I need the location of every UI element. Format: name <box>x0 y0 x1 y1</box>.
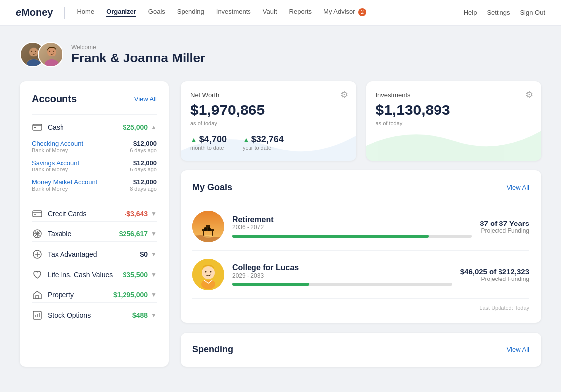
category-taxable: Taxable $256,617 ▼ <box>32 221 157 241</box>
user-name: Frank & Joanna Miller <box>71 51 205 66</box>
nav-links: Home Organizer Goals Spending Investment… <box>77 8 463 17</box>
goal-lucas-progress-fill <box>232 283 309 286</box>
svg-point-9 <box>45 59 59 67</box>
nav-signout[interactable]: Sign Out <box>520 9 545 16</box>
nav-advisor[interactable]: My Advisor 2 <box>323 8 366 17</box>
goals-view-all[interactable]: View All <box>507 184 529 191</box>
checking-left: Checking Account Bank of Money <box>32 140 83 153</box>
money-market-right: $12,000 8 days ago <box>130 178 157 192</box>
right-column: Net Worth ⚙ $1,970,865 as of today ▲ $4,… <box>181 81 541 367</box>
checking-name[interactable]: Checking Account <box>32 140 83 147</box>
category-life-ins-header[interactable]: Life Ins. Cash Values $35,500 ▼ <box>32 269 157 280</box>
spending-view-all[interactable]: View All <box>507 346 529 353</box>
stock-options-label: Stock Options <box>48 311 91 319</box>
net-worth-month-val: ▲ $4,700 <box>190 134 227 145</box>
net-worth-year-arrow: ▲ <box>243 136 249 144</box>
credit-cards-label: Credit Cards <box>48 210 87 218</box>
accounts-header: Accounts View All <box>32 93 157 105</box>
category-life-ins-left: Life Ins. Cash Values <box>32 269 113 280</box>
nav-settings[interactable]: Settings <box>487 9 510 16</box>
svg-rect-32 <box>203 231 204 236</box>
goal-retirement-label: Projected Funding <box>480 227 529 234</box>
goal-retirement-info: Retirement 2036 - 2072 <box>232 215 472 238</box>
savings-name[interactable]: Savings Account <box>32 159 79 167</box>
svg-rect-12 <box>34 127 36 128</box>
category-taxable-header[interactable]: Taxable $256,617 ▼ <box>32 228 157 239</box>
logo: eMoney <box>16 7 53 18</box>
property-label: Property <box>48 291 74 299</box>
stock-options-amount: $488 <box>132 311 148 319</box>
goal-retirement-meta: 37 of 37 Years Projected Funding <box>480 219 529 234</box>
money-market-amount: $12,000 <box>130 178 157 186</box>
nav-reports[interactable]: Reports <box>289 8 312 17</box>
goals-title: My Goals <box>192 182 232 193</box>
svg-point-7 <box>49 51 50 52</box>
life-ins-label: Life Ins. Cash Values <box>48 271 113 279</box>
nav-help[interactable]: Help <box>464 9 477 16</box>
category-credit-cards-header[interactable]: Credit Cards -$3,643 ▼ <box>32 208 157 219</box>
svg-point-41 <box>201 280 215 289</box>
svg-point-3 <box>31 51 32 52</box>
nav-investments[interactable]: Investments <box>216 8 251 17</box>
life-ins-amount: $35,500 <box>123 271 148 279</box>
nav-goals[interactable]: Goals <box>148 8 165 17</box>
category-tax-adv-left: Tax Advantaged <box>32 249 97 260</box>
net-worth-title: Net Worth <box>190 91 346 99</box>
goal-lucas-info: College for Lucas 2029 - 2033 <box>232 263 452 286</box>
goal-retirement-progress-bar <box>232 235 472 238</box>
category-property-left: Property <box>32 289 74 300</box>
net-worth-year-metric: ▲ $32,764 year to date <box>243 134 284 151</box>
goal-retirement-name: Retirement <box>232 215 472 224</box>
savings-date: 6 days ago <box>130 167 157 172</box>
nav-spending[interactable]: Spending <box>177 8 204 17</box>
category-stock-left: Stock Options <box>32 310 91 321</box>
net-worth-year-label: year to date <box>243 145 284 151</box>
goals-card: My Goals View All <box>181 170 541 323</box>
life-ins-chevron: ▼ <box>151 271 157 278</box>
accounts-view-all[interactable]: View All <box>134 95 157 103</box>
investments-gear[interactable]: ⚙ <box>525 89 533 100</box>
cash-amount: $25,000 <box>123 123 148 131</box>
svg-point-6 <box>47 48 56 56</box>
nav-divider <box>64 7 65 19</box>
net-worth-month-arrow: ▲ <box>190 136 197 144</box>
goal-lucas-progress-bar <box>232 283 452 286</box>
svg-point-38 <box>202 266 215 279</box>
goal-retirement: Retirement 2036 - 2072 37 of 37 Years Pr… <box>192 203 529 251</box>
nav-organizer[interactable]: Organizer <box>106 8 136 17</box>
goal-lucas-status: $46,025 of $212,323 <box>460 267 529 276</box>
svg-point-2 <box>29 48 38 56</box>
taxable-amount: $256,617 <box>119 230 148 238</box>
category-credit-cards: Credit Cards -$3,643 ▼ <box>32 201 157 221</box>
category-property: Property $1,295,000 ▼ <box>32 282 157 302</box>
money-market-name[interactable]: Money Market Account <box>32 178 97 186</box>
user-header: Welcome Frank & Joanna Miller <box>20 42 541 67</box>
accounts-panel: Accounts View All Cash <box>20 81 169 367</box>
category-stock-options-header[interactable]: Stock Options $488 ▼ <box>32 310 157 321</box>
category-cash-left: Cash <box>32 122 64 133</box>
nav-home[interactable]: Home <box>77 8 94 17</box>
svg-point-8 <box>53 51 54 52</box>
net-worth-gear[interactable]: ⚙ <box>340 89 348 100</box>
avatar-joanna <box>38 42 63 67</box>
svg-point-4 <box>35 51 36 52</box>
goal-lucas-name: College for Lucas <box>232 263 452 272</box>
svg-rect-24 <box>36 296 39 299</box>
net-worth-month-metric: ▲ $4,700 month to date <box>190 134 227 151</box>
last-updated: Last Updated: Today <box>192 305 529 311</box>
spending-header: Spending View All <box>192 344 529 355</box>
navigation: eMoney Home Organizer Goals Spending Inv… <box>0 0 561 26</box>
nav-vault[interactable]: Vault <box>263 8 277 17</box>
stock-options-icon <box>32 310 43 321</box>
cash-icon <box>32 122 43 133</box>
checking-date: 6 days ago <box>130 147 157 153</box>
savings-amount: $12,000 <box>130 159 157 167</box>
tax-advantaged-chevron: ▼ <box>151 251 157 258</box>
category-property-header[interactable]: Property $1,295,000 ▼ <box>32 289 157 300</box>
category-cash-header[interactable]: Cash $25,000 ▲ <box>32 122 157 133</box>
category-life-ins: Life Ins. Cash Values $35,500 ▼ <box>32 262 157 282</box>
nav-right: Help Settings Sign Out <box>464 9 545 16</box>
net-worth-month-label: month to date <box>190 145 227 151</box>
category-tax-advantaged-header[interactable]: Tax Advantaged $0 ▼ <box>32 249 157 260</box>
top-cards: Net Worth ⚙ $1,970,865 as of today ▲ $4,… <box>181 81 541 161</box>
